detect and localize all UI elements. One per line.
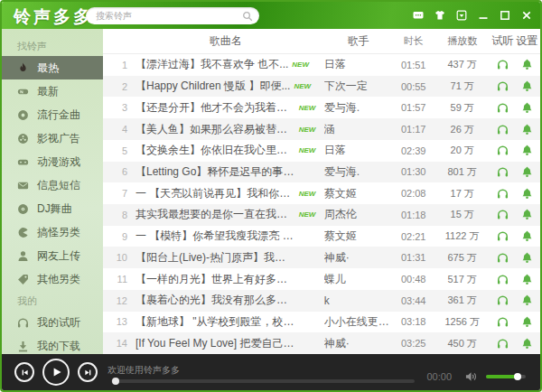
set-ringtone-button[interactable]: [515, 294, 539, 306]
set-ringtone-button[interactable]: [515, 274, 539, 285]
headphones-icon: [497, 80, 509, 92]
speaker-icon[interactable]: [465, 370, 478, 383]
next-icon: [84, 369, 92, 377]
listen-button[interactable]: [491, 188, 515, 200]
sidebar-item[interactable]: 信息短信: [2, 173, 103, 197]
download-icon: [17, 341, 29, 352]
listen-button[interactable]: [491, 80, 515, 92]
progress-bar[interactable]: [111, 379, 415, 383]
maximize-icon: [500, 10, 510, 21]
play-count: 71 万: [435, 79, 491, 93]
set-ringtone-button[interactable]: [515, 102, 539, 114]
listen-button[interactable]: [491, 338, 515, 350]
song-name-cell: 【新地球】 "从学校到殿堂，校服到...: [127, 314, 324, 330]
table-row[interactable]: 11 【一样的月光】世界上有好多事情都... 蝶儿 00:48 517 万: [103, 268, 542, 290]
listen-button[interactable]: [491, 252, 515, 264]
song-title: 一 【模特】你希望我瘦我漂亮 但你有...: [136, 229, 295, 244]
progress-knob[interactable]: [112, 378, 119, 385]
headphones-icon: [497, 102, 509, 114]
volume-slider[interactable]: [486, 375, 526, 378]
song-title: 【美人鱼】如果那么容易被替代...: [136, 122, 295, 137]
set-ringtone-button[interactable]: [515, 316, 539, 328]
song-name-cell: 【一样的月光】世界上有好多事情都...: [127, 272, 324, 287]
listen-button[interactable]: [491, 294, 515, 306]
table-row[interactable]: 12 【裹着心的光】我没有那么多的故事... k 03:44 361 万: [103, 290, 542, 312]
play-count: 450 万: [435, 337, 491, 350]
maximize-button[interactable]: [499, 9, 510, 21]
listen-button[interactable]: [491, 166, 515, 178]
set-ringtone-button[interactable]: [515, 80, 539, 92]
table-row[interactable]: 10 【阳台上(Live)-热门原声】我将定爱... 神威· 01:31 675…: [103, 247, 542, 268]
sidebar-item[interactable]: 动漫游戏: [2, 150, 103, 173]
sidebar-item[interactable]: 搞怪另类: [2, 220, 103, 244]
sidebar-item-label: 影视广告: [37, 131, 80, 146]
new-badge: NEW: [299, 126, 316, 134]
listen-button[interactable]: [491, 124, 515, 135]
feedback-button[interactable]: [412, 9, 424, 21]
table-row[interactable]: 8 其实我最想要的是你一直在我身... NEW 周杰伦 01:18 15 万: [103, 204, 542, 226]
main-menu-button[interactable]: [455, 9, 467, 21]
sidebar-item[interactable]: 我的试听: [2, 311, 103, 334]
volume-knob[interactable]: [514, 373, 521, 380]
sidebar-item[interactable]: 流行金曲: [2, 103, 103, 126]
listen-button[interactable]: [491, 230, 515, 242]
sidebar-item[interactable]: 最热: [2, 56, 103, 79]
song-name-cell: 【还是分开】他才不会为我着迷... NEW: [127, 100, 324, 116]
sidebar-item-label: 其他另类: [37, 272, 80, 287]
minimize-button[interactable]: [477, 9, 489, 21]
dj-disc-icon: [17, 203, 29, 215]
table-row[interactable]: 9 一 【模特】你希望我瘦我漂亮 但你有... 蔡文姬 02:21 1122 万: [103, 226, 542, 247]
listen-button[interactable]: [491, 102, 515, 114]
search-input[interactable]: [86, 7, 259, 24]
duration: 00:55: [393, 81, 435, 92]
sidebar: 找铃声 最热 最新 流行金曲 影视广告 动漫游戏 信息短信 DJ舞曲 搞怪另类 …: [2, 29, 103, 354]
volume-fill: [486, 375, 518, 378]
play-count: 26 万: [435, 123, 491, 136]
table-row[interactable]: 4 【美人鱼】如果那么容易被替代... NEW 涵 01:17 26 万: [103, 118, 542, 140]
duration: 02:21: [393, 231, 435, 242]
skin-button[interactable]: [434, 9, 445, 21]
set-ringtone-button[interactable]: [515, 209, 539, 220]
sidebar-item-label: 最新: [37, 84, 59, 99]
table-row[interactable]: 1 【漂洋过海】我不喜欢争 也不... NEW 日落 01:51 437 万: [103, 54, 542, 76]
set-ringtone-button[interactable]: [515, 166, 539, 178]
table-row[interactable]: 13 【新地球】 "从学校到殿堂，校服到... 小小在线更新... 03:18 …: [103, 312, 542, 333]
table-row[interactable]: 3 【还是分开】他才不会为我着迷... NEW 爱与海. 01:57 59 万: [103, 97, 542, 118]
sidebar-item[interactable]: 其他另类: [2, 267, 103, 291]
set-ringtone-button[interactable]: [515, 230, 539, 242]
set-ringtone-button[interactable]: [515, 124, 539, 135]
table-row[interactable]: 7 一 【天亮以前说再见】我和你可... NEW 蔡文姬 02:08 17 万: [103, 182, 542, 204]
table-row[interactable]: 5 【交换余生】你依旧在我心里占... NEW 日落 02:39 20 万: [103, 140, 542, 162]
search-icon[interactable]: [242, 11, 253, 22]
listen-button[interactable]: [491, 209, 515, 220]
search-box[interactable]: [86, 7, 259, 24]
set-ringtone-button[interactable]: [515, 145, 539, 156]
close-button[interactable]: [520, 9, 532, 21]
table-row[interactable]: 2 【Happy Children 慢版 】即便... NEW 下次一定 00:…: [103, 76, 542, 98]
listen-button[interactable]: [491, 274, 515, 285]
set-ringtone-button[interactable]: [515, 252, 539, 264]
listen-button[interactable]: [491, 59, 515, 70]
shirt-icon: [435, 10, 445, 21]
next-button[interactable]: [78, 362, 98, 382]
new-badge: NEW: [299, 104, 316, 112]
song-title: [If You Feel My Love] 把爱自己放...: [136, 336, 295, 351]
envelope-icon: [17, 180, 29, 191]
play-button[interactable]: [42, 359, 70, 386]
sidebar-item[interactable]: 最新: [2, 79, 103, 103]
window-controls: [412, 9, 532, 21]
set-ringtone-button[interactable]: [515, 338, 539, 350]
set-ringtone-button[interactable]: [515, 188, 539, 200]
sidebar-item[interactable]: 影视广告: [2, 126, 103, 150]
set-ringtone-button[interactable]: [515, 59, 539, 70]
headphones-icon: [17, 317, 29, 329]
listen-button[interactable]: [491, 145, 515, 156]
listen-button[interactable]: [491, 316, 515, 328]
column-singer: 歌手: [324, 33, 393, 49]
table-row[interactable]: 14 [If You Feel My Love] 把爱自己放... 神威· 03…: [103, 332, 542, 354]
bell-icon: [521, 316, 533, 328]
sidebar-item[interactable]: 网友上传: [2, 244, 103, 267]
sidebar-item[interactable]: DJ舞曲: [2, 197, 103, 220]
table-row[interactable]: 6 【Letting Go】释怀是迟早的事 但过... 爱与海. 01:30 8…: [103, 162, 542, 183]
previous-button[interactable]: [14, 362, 34, 382]
